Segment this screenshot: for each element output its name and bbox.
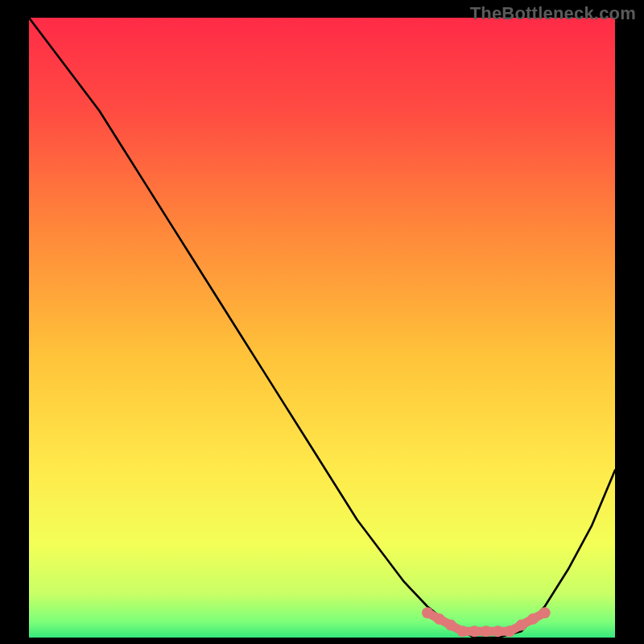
plot-background — [29, 18, 615, 638]
chart-stage: TheBottleneck.com — [0, 0, 644, 644]
highlight-dot — [422, 607, 433, 618]
highlight-dot — [434, 613, 445, 625]
highlight-dot — [469, 625, 480, 637]
highlight-dot — [516, 620, 527, 631]
highlight-dot — [504, 625, 515, 637]
highlight-dot — [481, 625, 492, 637]
highlight-dot — [527, 613, 539, 625]
highlight-dot — [492, 625, 503, 637]
highlight-dot — [445, 620, 456, 631]
highlight-dot — [457, 625, 469, 637]
chart-svg — [0, 0, 644, 644]
watermark-text: TheBottleneck.com — [470, 3, 636, 24]
highlight-dot — [539, 607, 551, 618]
